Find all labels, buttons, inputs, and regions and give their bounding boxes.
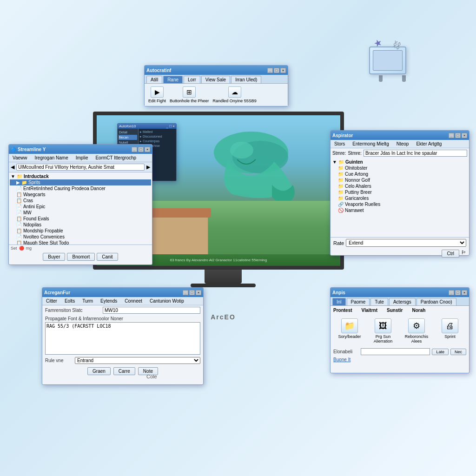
anpis-icon-reboronchis[interactable]: ⚙ Reboronchis Alees xyxy=(401,318,432,344)
max-btn[interactable]: □ xyxy=(138,147,144,152)
anpis-icon-prgsun[interactable]: 🖼 Prg Sun Alierration xyxy=(368,318,398,344)
tab-irran[interactable]: Irran Uled) xyxy=(231,76,261,83)
anpis-nec-btn[interactable]: Nec xyxy=(450,349,466,355)
asp-tree-3[interactable]: 📁 Nonnor Golf xyxy=(331,177,468,183)
toolbar-buttonhole[interactable]: ⊞ Buttonhole the Pheer xyxy=(170,86,209,103)
acr-menu-turm[interactable]: Turm xyxy=(80,298,95,304)
acr-input-1[interactable] xyxy=(103,307,200,314)
cls-btn[interactable]: × xyxy=(145,147,150,152)
anpis-icon-sorybead[interactable]: 📁 Sory/beader xyxy=(334,318,365,344)
col-norah: Norah xyxy=(412,308,425,313)
menu-vaeww[interactable]: Vaeww xyxy=(11,155,29,161)
acr-menu-conneet[interactable]: Conneet xyxy=(123,298,144,304)
anpis-max[interactable]: □ xyxy=(455,290,461,295)
asp-menu-ekter[interactable]: Ekter Artgttg xyxy=(414,141,443,147)
asp-ctrl-btn[interactable]: Ctrl xyxy=(442,250,459,258)
asp-tree-1[interactable]: 📁 Olnitobster xyxy=(331,165,468,171)
nav-back[interactable]: ◀ xyxy=(11,164,14,170)
address-input[interactable] xyxy=(16,164,145,171)
menu-eormct[interactable]: EormCT Ittergrochp xyxy=(93,155,138,161)
overlay-item-2[interactable]: ▸ Discussioned xyxy=(139,134,175,139)
tree-icon-4: 📋 xyxy=(16,192,22,197)
asp-tree-7[interactable]: 🔗 Veaporte Ruelles xyxy=(331,201,468,207)
acr-rule-select[interactable]: Entrand xyxy=(75,357,200,364)
anpis-tab-tute[interactable]: Tute xyxy=(370,298,388,305)
tree-item-2[interactable]: 📋 Waegcarts xyxy=(10,192,151,198)
anpis-tab-paome[interactable]: Paome xyxy=(347,298,370,305)
tree-intrductack[interactable]: ▼ 📁 Intrductack xyxy=(10,173,151,179)
acr-menu-eytends[interactable]: Eytends xyxy=(99,298,119,304)
acr-menu-eolts[interactable]: Eolts xyxy=(63,298,77,304)
buyer-btn[interactable]: Buyer xyxy=(43,253,65,261)
menu-implie[interactable]: Implie xyxy=(74,155,90,161)
asp-menu-entermong[interactable]: Entermong Mieltg xyxy=(350,141,390,147)
acr-menu-citter[interactable]: Citter xyxy=(44,298,59,304)
tab-atill[interactable]: Atill xyxy=(146,76,162,83)
asp-min[interactable]: _ xyxy=(449,133,454,138)
tree-item-6[interactable]: 📋 Found Evals xyxy=(10,216,151,222)
sidebar-detail[interactable]: Detail xyxy=(119,130,137,135)
menu-iregrogan[interactable]: Iregrogan Name xyxy=(33,155,70,161)
tab-lorr[interactable]: Lorr xyxy=(184,76,200,83)
tree-item-5[interactable]: 📄 MW xyxy=(10,210,151,216)
asp-rate-select[interactable]: Extend xyxy=(346,239,466,247)
tree-icon-11: 📄 xyxy=(16,234,22,239)
anpis-link[interactable]: Buone It xyxy=(331,356,469,363)
aspirator-bottom2: Ctrl 🏳 xyxy=(331,248,469,259)
asp-menu-stors[interactable]: Stors xyxy=(332,141,347,147)
acr-carre-btn[interactable]: Carre xyxy=(113,367,135,375)
tab-viewsale[interactable]: View Sale xyxy=(201,76,230,83)
acreganfur-window: AcreganFur _ □ × Citter Eolts Turm Eyten… xyxy=(42,287,204,385)
tree-item-8[interactable]: 📋 Mondship Fropable xyxy=(10,228,151,234)
asp-tree-root[interactable]: ▼ 📁 Guinten xyxy=(331,159,468,165)
streamline-titlebar: 🔷 Streamline Y _ □ × xyxy=(9,145,152,154)
anpis-min[interactable]: _ xyxy=(449,290,454,295)
gear-icon-1: ⚙ xyxy=(408,318,425,333)
anpis-icon-sprint[interactable]: 🖨 Sprint xyxy=(435,318,465,344)
tab-rane[interactable]: Rane xyxy=(163,76,183,83)
anpis-input-field[interactable] xyxy=(361,348,430,355)
anpis-tab-pardoan[interactable]: Pardoan Cnoo) xyxy=(416,298,456,305)
close-btn[interactable]: × xyxy=(280,68,286,73)
minimize-btn[interactable]: _ xyxy=(267,68,273,73)
asp-tree-6[interactable]: 📁 Garicaroles xyxy=(331,195,468,201)
asp-tree-2[interactable]: 📁 Cue Artong xyxy=(331,171,468,177)
asp-cls[interactable]: × xyxy=(462,133,467,138)
min-btn[interactable]: _ xyxy=(132,147,137,152)
deco-screen xyxy=(373,50,403,71)
acr-graen-btn[interactable]: Graen xyxy=(87,367,111,375)
tree-item-9[interactable]: 📄 Nvolteo Convenices xyxy=(10,234,151,240)
acr-textarea[interactable]: RAG 55/3 (FACRSTT LOC18 xyxy=(45,322,200,355)
anpis-tab-inl[interactable]: Inl xyxy=(332,298,346,305)
overlay-item-3[interactable]: ▸ Counterpas xyxy=(139,139,175,144)
tree-sprits[interactable]: ▶ 📁 Sprits xyxy=(10,179,151,185)
anpis-cls[interactable]: × xyxy=(462,290,467,295)
tree-item-7[interactable]: 📄 Ndopilas xyxy=(10,222,151,228)
asp-max[interactable]: □ xyxy=(455,133,461,138)
svg-point-2 xyxy=(230,142,253,159)
asp-menu-nteop[interactable]: Nteop xyxy=(395,141,411,147)
nav-go[interactable]: ▶ xyxy=(146,164,150,170)
acr-cls[interactable]: × xyxy=(196,290,201,295)
bnomort-btn[interactable]: Bnomort xyxy=(67,253,95,261)
asp-tree-4[interactable]: 📁 Celo Ahalers xyxy=(331,183,468,189)
tree-item-3[interactable]: 📋 Cras xyxy=(10,198,151,204)
sidebar-filecan[interactable]: filecan xyxy=(119,135,137,140)
asp-tree-5[interactable]: 📁 Puttiny Breer xyxy=(331,189,468,195)
overlay-item-1[interactable]: ▸ Matted xyxy=(139,130,175,134)
icon-label-3: Reboronchis Alees xyxy=(401,334,432,344)
asp-tree-8[interactable]: 🚫 Narrawet xyxy=(331,207,468,213)
toolbar-edit[interactable]: ▶ Edit Fight xyxy=(148,86,166,103)
asp-search-input[interactable] xyxy=(364,150,467,157)
anpis-tab-actersgs[interactable]: Actersgs xyxy=(389,298,416,305)
anpis-late-btn[interactable]: Late xyxy=(432,349,449,355)
restore-btn[interactable]: □ xyxy=(274,68,279,73)
tree-item-1[interactable]: 📄 EntRetinInhed Cauring Prodeoa Dancer xyxy=(10,185,151,192)
acr-max[interactable]: □ xyxy=(189,290,195,295)
toolbar-randled[interactable]: ☁ Randled Onyine 55SB9 xyxy=(213,86,257,103)
acr-min[interactable]: _ xyxy=(183,290,188,295)
tree-item-4[interactable]: 📄 Antini Epic xyxy=(10,204,151,210)
tree-item-10[interactable]: 📋 Maugh Stee Slut Todo xyxy=(10,240,151,245)
canit-btn[interactable]: Canit xyxy=(97,253,118,261)
acr-menu-cantunion[interactable]: Cantunion Wotip xyxy=(148,298,186,304)
